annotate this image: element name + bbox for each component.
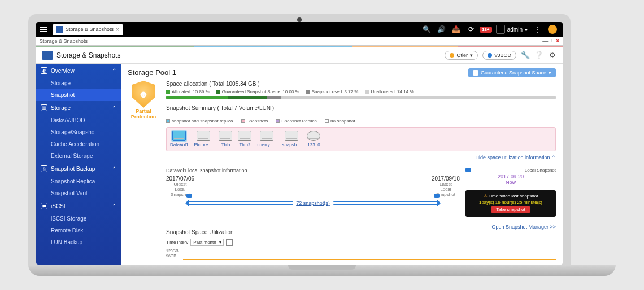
y-axis-label: 96GB bbox=[166, 253, 179, 258]
search-icon[interactable]: 🔍 bbox=[423, 25, 432, 34]
help-icon[interactable]: ❔ bbox=[534, 51, 543, 60]
sidebar-section-iscsi[interactable]: ⇄iSCSI bbox=[36, 199, 121, 213]
notifications-dot-icon[interactable] bbox=[548, 25, 557, 34]
guaranteed-snapshot-space-button[interactable]: Guaranteed Snapshot Space▾ bbox=[468, 68, 556, 77]
sidebar-item-snapshot[interactable]: Snapshot bbox=[36, 89, 121, 101]
system-topbar: Storage & Snapshots × 🔍 🔊 📥 ⟳ 18+ admin … bbox=[36, 22, 563, 37]
volume-thin[interactable]: Thin bbox=[219, 131, 232, 147]
protection-status: Partial Protection bbox=[128, 109, 159, 120]
main-content: Storage Pool 1 Guaranteed Snapshot Space… bbox=[121, 64, 563, 265]
chevron-up-icon bbox=[112, 203, 116, 209]
sidebar-section-storage[interactable]: ▥Storage bbox=[36, 101, 121, 115]
sidebar-item-lun-backup[interactable]: LUN Backup bbox=[36, 236, 121, 248]
volume-lun-123[interactable]: 123_0 bbox=[307, 131, 320, 147]
drive-icon bbox=[238, 131, 251, 141]
refresh-icon[interactable]: ⟳ bbox=[467, 25, 476, 34]
sidebar-item-disks[interactable]: Disks/VJBOD bbox=[36, 115, 121, 126]
chevron-up-icon bbox=[112, 68, 116, 74]
menu-icon[interactable] bbox=[36, 22, 51, 37]
tray-icon[interactable]: 📥 bbox=[452, 25, 461, 34]
drive-icon bbox=[260, 131, 273, 141]
calendar-icon[interactable] bbox=[226, 239, 233, 246]
snapshot-legend: snapshot and snapshot replica Snapshots … bbox=[166, 118, 556, 124]
drive-icon bbox=[197, 131, 210, 141]
volume-strip: DataVol1 Picture_... Thin Thin2 cherry_V… bbox=[166, 127, 556, 151]
backup-icon: ⎘ bbox=[41, 165, 47, 172]
volume-snapsho[interactable]: snapsho... bbox=[282, 131, 301, 147]
user-menu[interactable]: admin ▾ bbox=[496, 25, 528, 34]
lun-icon bbox=[307, 131, 320, 141]
qtier-button[interactable]: Qtier▾ bbox=[445, 51, 478, 60]
gear-icon[interactable]: ⚙ bbox=[548, 51, 557, 60]
drive-icon bbox=[219, 131, 232, 141]
chevron-up-icon bbox=[112, 105, 116, 111]
storage-section-icon: ▥ bbox=[41, 104, 47, 111]
window-minimize-icon[interactable]: — bbox=[542, 38, 548, 44]
timeline-bar: 72 snapshot(s) bbox=[189, 201, 437, 205]
tab-title: Storage & Snapshots bbox=[66, 27, 114, 32]
shield-icon: ☻ bbox=[132, 81, 155, 108]
utilization-title: Snapshot Space Utilization bbox=[166, 229, 556, 235]
breadcrumb: Storage & Snapshots bbox=[40, 38, 88, 44]
utilization-chart-line bbox=[183, 259, 556, 260]
sidebar-section-overview[interactable]: ◐Overview bbox=[36, 64, 121, 77]
more-icon[interactable]: ⋮ bbox=[533, 25, 542, 34]
sidebar-item-external[interactable]: External Storage bbox=[36, 150, 121, 162]
tools-icon[interactable]: 🔧 bbox=[521, 51, 530, 60]
now-label: Now bbox=[465, 179, 556, 185]
sidebar-item-vault[interactable]: Snapshot Vault bbox=[36, 187, 121, 199]
allocation-title: Space allocation ( Total 1005.34 GB ) bbox=[166, 81, 556, 87]
app-icon bbox=[42, 51, 53, 60]
tooltip-warning: Time since last snapshot bbox=[469, 194, 552, 199]
hide-utilization-link[interactable]: Hide space utilization information bbox=[166, 155, 556, 160]
vjbod-icon bbox=[488, 53, 492, 58]
sidebar-item-replica[interactable]: Snapshot Replica bbox=[36, 175, 121, 187]
sidebar-item-iscsi-storage[interactable]: iSCSI Storage bbox=[36, 213, 121, 225]
snapshot-marker-icon bbox=[186, 194, 192, 198]
open-snapshot-manager-link[interactable]: Open Snapshot Manager >> bbox=[491, 224, 556, 230]
app-title: Storage & Snapshots bbox=[56, 51, 120, 59]
drive-icon bbox=[172, 131, 186, 141]
last-snapshot-tooltip: Time since last snapshot 1day(s) 16 hour… bbox=[465, 190, 556, 217]
allocation-legend: Allocated: 15.86 % Guaranteed Snapshot S… bbox=[166, 89, 556, 94]
volume-datavol1[interactable]: DataVol1 bbox=[170, 131, 188, 147]
page-title: Storage Pool 1 bbox=[128, 68, 176, 77]
username-label: admin bbox=[507, 27, 523, 33]
volume-cherry[interactable]: cherry_V... bbox=[257, 131, 276, 147]
camera-icon bbox=[465, 168, 471, 172]
y-axis-label: 120GB bbox=[166, 248, 179, 253]
volume-picture[interactable]: Picture_... bbox=[194, 131, 213, 147]
tooltip-time: 1day(s) 16 hour(s) 25 minute(s) bbox=[469, 200, 552, 205]
snapshot-count-link[interactable]: 72 snapshot(s) bbox=[293, 200, 333, 206]
now-date: 2017-09-20 bbox=[465, 174, 556, 179]
latest-date: 2017/09/18 bbox=[432, 175, 460, 182]
notification-icon[interactable]: 18+ bbox=[481, 25, 490, 34]
sidebar: ◐Overview Storage Snapshot ▥Storage Disk… bbox=[36, 64, 121, 265]
sidebar-item-cache[interactable]: Cache Acceleration bbox=[36, 138, 121, 150]
app-tab[interactable]: Storage & Snapshots × bbox=[53, 24, 123, 35]
local-snapshot-label: Local Snapshot bbox=[525, 168, 556, 173]
close-icon[interactable]: × bbox=[116, 27, 119, 33]
vjbod-button[interactable]: VJBOD bbox=[482, 51, 516, 60]
sidebar-section-backup[interactable]: ⎘Snapshot Backup bbox=[36, 162, 121, 175]
snapshot-summary-title: Snapshot Summary ( Total 7 Volume/LUN ) bbox=[166, 105, 556, 111]
qtier-icon bbox=[450, 53, 454, 58]
avatar-icon bbox=[496, 25, 505, 34]
iscsi-icon: ⇄ bbox=[41, 203, 47, 209]
sidebar-item-remote-disk[interactable]: Remote Disk bbox=[36, 225, 121, 236]
take-snapshot-button[interactable]: Take snapshot bbox=[491, 206, 530, 213]
sidebar-item-storage-snapshot[interactable]: Storage/Snapshot bbox=[36, 126, 121, 138]
interval-select[interactable]: Past month bbox=[190, 239, 223, 246]
interval-label: Time interv bbox=[166, 240, 188, 245]
sidebar-item-storage[interactable]: Storage bbox=[36, 77, 121, 89]
accent-divider bbox=[36, 46, 563, 47]
overview-icon: ◐ bbox=[41, 67, 47, 74]
snapshot-marker-icon bbox=[434, 194, 440, 198]
volume-thin2[interactable]: Thin2 bbox=[238, 131, 251, 147]
volume-icon[interactable]: 🔊 bbox=[437, 25, 446, 34]
timeline-title: DataVol1 local snapshot information bbox=[166, 168, 247, 173]
window-close-icon[interactable]: × bbox=[556, 38, 559, 44]
window-maximize-icon[interactable]: + bbox=[550, 38, 554, 44]
oldest-date: 2017/07/06 bbox=[166, 175, 194, 182]
storage-icon bbox=[56, 26, 63, 33]
